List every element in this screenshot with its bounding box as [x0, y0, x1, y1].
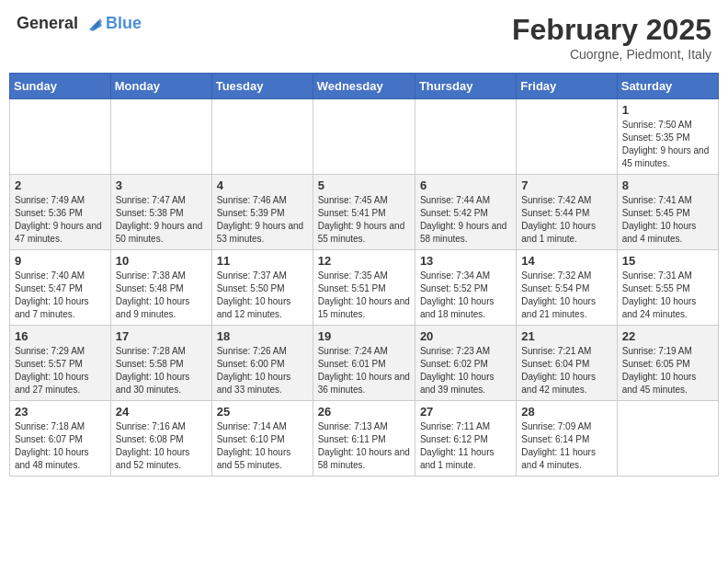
- calendar-cell-w5-d1: 23Sunrise: 7:18 AM Sunset: 6:07 PM Dayli…: [10, 401, 111, 477]
- header-thursday: Thursday: [415, 74, 516, 99]
- day-info: Sunrise: 7:41 AM Sunset: 5:45 PM Dayligh…: [622, 194, 713, 246]
- day-info: Sunrise: 7:23 AM Sunset: 6:02 PM Dayligh…: [420, 345, 511, 396]
- calendar-cell-w2-d4: 5Sunrise: 7:45 AM Sunset: 5:41 PM Daylig…: [313, 175, 415, 250]
- day-number: 27: [420, 405, 511, 419]
- calendar-cell-w4-d4: 19Sunrise: 7:24 AM Sunset: 6:01 PM Dayli…: [313, 326, 415, 401]
- header-friday: Friday: [517, 74, 617, 99]
- day-number: 19: [318, 329, 410, 343]
- day-number: 18: [217, 329, 308, 343]
- calendar-cell-w4-d6: 21Sunrise: 7:21 AM Sunset: 6:04 PM Dayli…: [517, 326, 617, 401]
- day-number: 16: [15, 329, 106, 343]
- calendar-cell-w4-d7: 22Sunrise: 7:19 AM Sunset: 6:05 PM Dayli…: [617, 326, 718, 401]
- calendar-cell-w2-d6: 7Sunrise: 7:42 AM Sunset: 5:44 PM Daylig…: [517, 175, 617, 250]
- calendar-week-2: 2Sunrise: 7:49 AM Sunset: 5:36 PM Daylig…: [10, 175, 719, 250]
- header-saturday: Saturday: [617, 74, 718, 99]
- day-number: 11: [217, 254, 308, 268]
- day-info: Sunrise: 7:24 AM Sunset: 6:01 PM Dayligh…: [318, 345, 410, 396]
- calendar-cell-w5-d3: 25Sunrise: 7:14 AM Sunset: 6:10 PM Dayli…: [211, 401, 313, 477]
- calendar-cell-w3-d3: 11Sunrise: 7:37 AM Sunset: 5:50 PM Dayli…: [211, 250, 313, 326]
- day-info: Sunrise: 7:46 AM Sunset: 5:39 PM Dayligh…: [217, 194, 308, 246]
- day-number: 3: [116, 178, 207, 192]
- day-info: Sunrise: 7:16 AM Sunset: 6:08 PM Dayligh…: [116, 420, 207, 472]
- logo-text: General: [17, 14, 78, 33]
- day-info: Sunrise: 7:47 AM Sunset: 5:38 PM Dayligh…: [116, 194, 207, 246]
- calendar-table: Sunday Monday Tuesday Wednesday Thursday…: [9, 73, 719, 477]
- calendar-cell-w1-d1: [10, 99, 111, 175]
- calendar-cell-w3-d5: 13Sunrise: 7:34 AM Sunset: 5:52 PM Dayli…: [415, 250, 516, 326]
- header: General Blue February 2025 Cuorgne, Pied…: [9, 9, 719, 65]
- month-title: February 2025: [512, 13, 711, 47]
- calendar-cell-w3-d7: 15Sunrise: 7:31 AM Sunset: 5:55 PM Dayli…: [617, 250, 718, 326]
- calendar-week-1: 1Sunrise: 7:50 AM Sunset: 5:35 PM Daylig…: [10, 99, 719, 175]
- day-number: 6: [420, 178, 511, 192]
- calendar-cell-w5-d5: 27Sunrise: 7:11 AM Sunset: 6:12 PM Dayli…: [415, 401, 516, 477]
- day-info: Sunrise: 7:29 AM Sunset: 5:57 PM Dayligh…: [15, 345, 106, 396]
- day-info: Sunrise: 7:44 AM Sunset: 5:42 PM Dayligh…: [420, 194, 511, 246]
- day-number: 17: [116, 329, 207, 343]
- calendar-cell-w4-d1: 16Sunrise: 7:29 AM Sunset: 5:57 PM Dayli…: [10, 326, 111, 401]
- calendar-cell-w2-d1: 2Sunrise: 7:49 AM Sunset: 5:36 PM Daylig…: [10, 175, 111, 250]
- day-info: Sunrise: 7:34 AM Sunset: 5:52 PM Dayligh…: [420, 270, 511, 321]
- day-number: 20: [420, 329, 511, 343]
- calendar-cell-w1-d7: 1Sunrise: 7:50 AM Sunset: 5:35 PM Daylig…: [617, 99, 718, 175]
- day-number: 15: [622, 254, 713, 268]
- title-section: February 2025 Cuorgne, Piedmont, Italy: [512, 13, 711, 62]
- day-number: 25: [217, 405, 308, 419]
- day-info: Sunrise: 7:38 AM Sunset: 5:48 PM Dayligh…: [116, 270, 207, 321]
- header-monday: Monday: [110, 74, 211, 99]
- subtitle: Cuorgne, Piedmont, Italy: [512, 47, 711, 62]
- day-info: Sunrise: 7:28 AM Sunset: 5:58 PM Dayligh…: [116, 345, 207, 396]
- calendar-cell-w1-d3: [211, 99, 313, 175]
- day-number: 5: [318, 178, 410, 192]
- day-number: 2: [15, 178, 106, 192]
- calendar-cell-w2-d2: 3Sunrise: 7:47 AM Sunset: 5:38 PM Daylig…: [110, 175, 211, 250]
- calendar-cell-w5-d6: 28Sunrise: 7:09 AM Sunset: 6:14 PM Dayli…: [517, 401, 617, 477]
- day-info: Sunrise: 7:45 AM Sunset: 5:41 PM Dayligh…: [318, 194, 410, 246]
- calendar-cell-w1-d4: [313, 99, 415, 175]
- day-info: Sunrise: 7:26 AM Sunset: 6:00 PM Dayligh…: [217, 345, 308, 396]
- day-info: Sunrise: 7:09 AM Sunset: 6:14 PM Dayligh…: [521, 420, 611, 472]
- day-number: 24: [116, 405, 207, 419]
- header-tuesday: Tuesday: [211, 74, 313, 99]
- day-number: 13: [420, 254, 511, 268]
- day-info: Sunrise: 7:19 AM Sunset: 6:05 PM Dayligh…: [622, 345, 713, 396]
- day-info: Sunrise: 7:14 AM Sunset: 6:10 PM Dayligh…: [217, 420, 308, 472]
- day-number: 9: [15, 254, 106, 268]
- calendar-cell-w3-d1: 9Sunrise: 7:40 AM Sunset: 5:47 PM Daylig…: [10, 250, 111, 326]
- calendar-week-5: 23Sunrise: 7:18 AM Sunset: 6:07 PM Dayli…: [10, 401, 719, 477]
- day-number: 4: [217, 178, 308, 192]
- day-info: Sunrise: 7:18 AM Sunset: 6:07 PM Dayligh…: [15, 420, 106, 472]
- calendar-cell-w1-d5: [415, 99, 516, 175]
- day-number: 22: [622, 329, 713, 343]
- day-number: 7: [521, 178, 611, 192]
- calendar-cell-w2-d7: 8Sunrise: 7:41 AM Sunset: 5:45 PM Daylig…: [617, 175, 718, 250]
- calendar-cell-w5-d4: 26Sunrise: 7:13 AM Sunset: 6:11 PM Dayli…: [313, 401, 415, 477]
- calendar-cell-w2-d3: 4Sunrise: 7:46 AM Sunset: 5:39 PM Daylig…: [211, 175, 313, 250]
- day-number: 12: [318, 254, 410, 268]
- calendar-week-3: 9Sunrise: 7:40 AM Sunset: 5:47 PM Daylig…: [10, 250, 719, 326]
- day-number: 8: [622, 178, 713, 192]
- day-info: Sunrise: 7:11 AM Sunset: 6:12 PM Dayligh…: [420, 420, 511, 472]
- day-number: 26: [318, 405, 410, 419]
- day-number: 14: [521, 254, 611, 268]
- calendar-cell-w3-d4: 12Sunrise: 7:35 AM Sunset: 5:51 PM Dayli…: [313, 250, 415, 326]
- calendar-cell-w2-d5: 6Sunrise: 7:44 AM Sunset: 5:42 PM Daylig…: [415, 175, 516, 250]
- calendar-cell-w5-d2: 24Sunrise: 7:16 AM Sunset: 6:08 PM Dayli…: [110, 401, 211, 477]
- calendar-cell-w3-d2: 10Sunrise: 7:38 AM Sunset: 5:48 PM Dayli…: [110, 250, 211, 326]
- logo: General Blue: [17, 13, 142, 33]
- calendar-cell-w1-d6: [517, 99, 617, 175]
- calendar-cell-w1-d2: [110, 99, 211, 175]
- day-number: 10: [116, 254, 207, 268]
- logo-bird-icon: [82, 13, 102, 33]
- day-info: Sunrise: 7:35 AM Sunset: 5:51 PM Dayligh…: [318, 270, 410, 321]
- day-number: 28: [521, 405, 611, 419]
- day-number: 23: [15, 405, 106, 419]
- day-info: Sunrise: 7:21 AM Sunset: 6:04 PM Dayligh…: [521, 345, 611, 396]
- calendar-cell-w3-d6: 14Sunrise: 7:32 AM Sunset: 5:54 PM Dayli…: [517, 250, 617, 326]
- logo-blue-text: Blue: [106, 14, 142, 33]
- header-sunday: Sunday: [10, 74, 111, 99]
- day-info: Sunrise: 7:31 AM Sunset: 5:55 PM Dayligh…: [622, 270, 713, 321]
- calendar-week-4: 16Sunrise: 7:29 AM Sunset: 5:57 PM Dayli…: [10, 326, 719, 401]
- day-info: Sunrise: 7:32 AM Sunset: 5:54 PM Dayligh…: [521, 270, 611, 321]
- day-info: Sunrise: 7:49 AM Sunset: 5:36 PM Dayligh…: [15, 194, 106, 246]
